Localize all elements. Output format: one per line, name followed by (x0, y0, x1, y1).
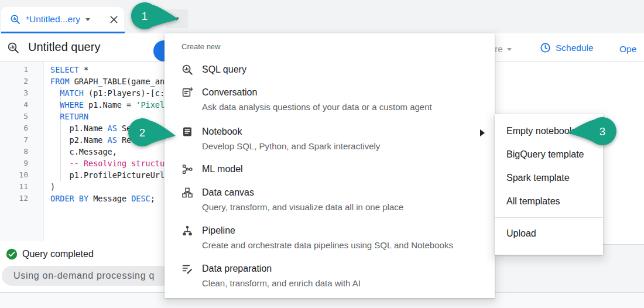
menu-item-label: Notebook (202, 125, 380, 139)
code-line[interactable]: FROM GRAPH_TABLE(game_an (50, 76, 165, 87)
menu-item-sql-query[interactable]: SQL query (165, 63, 495, 77)
data-canvas-icon (181, 187, 193, 199)
more-button-partial[interactable]: re (495, 44, 512, 54)
check-circle-icon (6, 248, 18, 260)
data-preparation-icon (181, 263, 193, 275)
line-number: 11 (0, 181, 28, 193)
submenu-item-upload[interactable]: Upload (495, 222, 603, 245)
submenu-arrow-icon (480, 128, 485, 139)
code-line[interactable]: -- Resolving structu (50, 158, 165, 169)
menu-item-subtitle: Query, transform, and visualize data all… (202, 200, 403, 214)
submenu-item-spark-template[interactable]: Spark template (495, 166, 603, 190)
line-number: 12 (0, 193, 28, 204)
menu-item-ml-model[interactable]: ML model (165, 162, 495, 176)
code-line[interactable]: WHERE p1.Name = 'Pixel (50, 99, 165, 111)
menu-item-data-canvas[interactable]: Data canvasQuery, transform, and visuali… (165, 186, 495, 214)
svg-text:2: 2 (139, 126, 146, 139)
menu-item-label: Data canvas (202, 186, 403, 200)
menu-item-label: Pipeline (202, 224, 453, 238)
line-number: 7 (0, 134, 28, 146)
line-number: 2 (0, 76, 28, 87)
chevron-down-icon (507, 48, 512, 51)
submenu-item-all-templates[interactable]: All templates (495, 190, 603, 213)
editor-gutter: 123456789101112 (0, 61, 44, 241)
line-number: 9 (0, 158, 28, 169)
tab-label: *Untitled...ery (26, 14, 80, 25)
query-magnifier-icon (7, 42, 19, 54)
menu-item-subtitle: Develop SQL, Python, and Spark interacti… (202, 139, 380, 153)
schedule-button-label: Schedule (556, 43, 594, 53)
menu-item-subtitle: Ask data analysis questions of your data… (202, 100, 432, 114)
query-status-text: Query completed (22, 249, 94, 259)
code-line[interactable]: SELECT * (50, 64, 165, 76)
tab-untitled-query[interactable]: *Untitled...ery (1, 7, 124, 32)
tab-close-button[interactable] (109, 15, 118, 24)
svg-text:1: 1 (142, 10, 148, 22)
menu-item-subtitle: Clean, transform, and enrich data with A… (202, 276, 361, 290)
line-number: 4 (0, 99, 28, 111)
more-button-label: re (495, 44, 503, 54)
query-title: Untitled query (28, 40, 100, 54)
clock-icon (540, 42, 551, 53)
notebook-icon (181, 126, 193, 138)
menu-header: Create new (181, 42, 220, 51)
line-number: 1 (0, 64, 28, 76)
conversation-icon (181, 87, 193, 98)
svg-text:3: 3 (600, 125, 606, 138)
bigquery-workspace: *Untitled...ery Untitled query re Schedu… (0, 0, 644, 308)
sql-query-icon (181, 64, 193, 76)
query-magnifier-icon (10, 14, 20, 25)
menu-item-label: Conversation (202, 85, 432, 100)
ml-model-icon (181, 163, 193, 175)
code-line[interactable]: MATCH (p1:Players)-[c: (50, 87, 165, 99)
annotation-balloon-1: 1 (128, 1, 184, 32)
menu-item-label: ML model (202, 162, 243, 176)
tab-chevron-down-icon[interactable] (85, 18, 90, 21)
schedule-button[interactable]: Schedule (540, 42, 594, 53)
menu-item-subtitle: Create and orchestrate data pipelines us… (202, 238, 453, 252)
line-number: 8 (0, 146, 28, 158)
tab-bar: *Untitled...ery (0, 0, 644, 33)
code-line[interactable]: ) (50, 181, 165, 193)
annotation-balloon-3: 3 (563, 115, 619, 147)
pipeline-icon (181, 225, 193, 237)
line-number: 3 (0, 87, 28, 99)
code-line[interactable]: ORDER BY Message DESC; (50, 193, 165, 204)
line-number: 5 (0, 111, 28, 122)
create-new-menu: Create new SQL queryConversationAsk data… (165, 33, 495, 298)
submenu-divider (495, 217, 603, 218)
line-number: 6 (0, 122, 28, 134)
menu-item-label: Data preparation (202, 262, 361, 276)
code-line[interactable]: p1.ProfilePictureUrl (50, 169, 165, 181)
menu-item-data-preparation[interactable]: Data preparationClean, transform, and en… (165, 262, 495, 290)
open-button-partial[interactable]: Ope (619, 44, 636, 54)
menu-item-notebook[interactable]: NotebookDevelop SQL, Python, and Spark i… (165, 125, 495, 153)
menu-item-conversation[interactable]: ConversationAsk data analysis questions … (165, 85, 495, 114)
line-number: 10 (0, 169, 28, 181)
annotation-balloon-2: 2 (125, 117, 181, 148)
line-numbers: 123456789101112 (0, 64, 28, 204)
menu-item-label: SQL query (202, 63, 246, 77)
menu-item-pipeline[interactable]: PipelineCreate and orchestrate data pipe… (165, 224, 495, 252)
close-icon (109, 15, 118, 24)
